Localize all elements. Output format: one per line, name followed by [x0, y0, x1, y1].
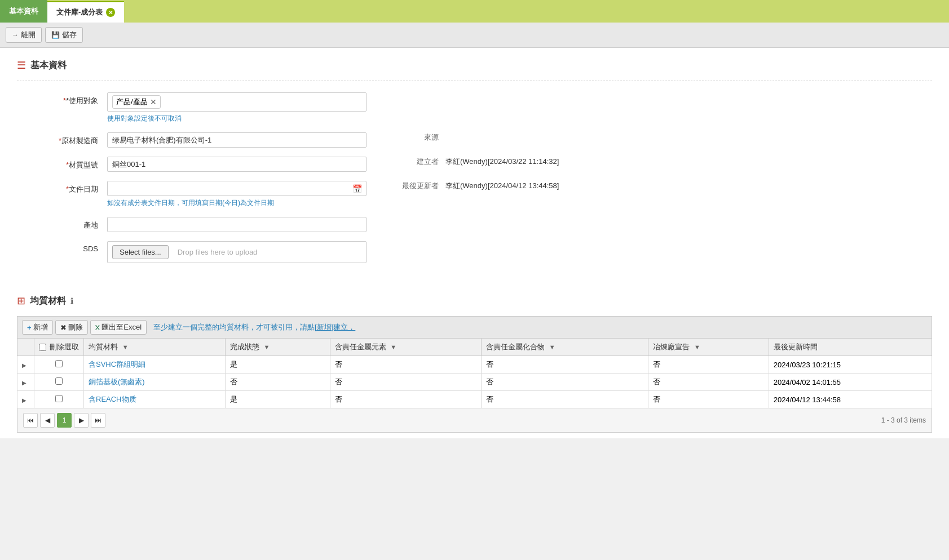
- doc-date-input[interactable]: [107, 181, 367, 196]
- save-label: 儲存: [62, 30, 77, 40]
- furnace-cell-1: 否: [648, 374, 769, 391]
- form-row-material-no: *材質型號 建立者 李紅(Wendy)[2024/03/22 11:14:32]: [17, 157, 932, 172]
- updated-time-cell-1: 2024/04/02 14:01:55: [769, 374, 932, 391]
- tab-basic[interactable]: 基本資料: [0, 0, 47, 23]
- tab-close-icon[interactable]: ✕: [106, 8, 115, 17]
- leave-icon: →: [12, 31, 19, 39]
- usage-target-tag: 产品/產品 ✕: [112, 95, 161, 109]
- hazardous-compounds-cell-2: 否: [482, 391, 648, 408]
- hazardous-compounds-cell-0: 否: [482, 356, 648, 374]
- leave-button[interactable]: → 離開: [6, 27, 42, 43]
- furnace-cell-2: 否: [648, 391, 769, 408]
- section-divider: [17, 81, 932, 81]
- delete-material-button[interactable]: ✖ 刪除: [55, 320, 88, 335]
- expand-icon-0[interactable]: ▶: [22, 362, 27, 368]
- tab-docs[interactable]: 文件庫-成分表 ✕: [47, 1, 124, 23]
- expand-icon-1[interactable]: ▶: [22, 380, 27, 386]
- page-1-button[interactable]: 1: [57, 413, 72, 428]
- material-cell-2: 含REACH物质: [84, 391, 226, 408]
- sds-label: SDS: [17, 241, 107, 253]
- delete-select-label: 刪除選取: [50, 342, 79, 352]
- leave-label: 離開: [21, 30, 36, 40]
- delete-label: 刪除: [68, 322, 83, 332]
- save-icon: 💾: [51, 31, 60, 39]
- th-furnace: 冶煉廠宣告 ▼: [648, 339, 769, 356]
- th-hazardous-compounds: 含責任金屬化合物 ▼: [482, 339, 648, 356]
- add-label: 新增: [33, 322, 48, 332]
- created-by-label: 建立者: [400, 157, 445, 167]
- material-link-0[interactable]: 含SVHC群組明細: [89, 360, 145, 368]
- th-material: 均質材料 ▼: [84, 339, 226, 356]
- th-delete: 刪除選取: [34, 339, 84, 356]
- filter-furnace-icon[interactable]: ▼: [694, 344, 700, 350]
- expand-icon-2[interactable]: ▶: [22, 397, 27, 403]
- new-link[interactable]: [新增]建立，: [315, 323, 355, 331]
- export-excel-button[interactable]: X 匯出至Excel: [90, 320, 147, 335]
- page-last-button[interactable]: ⏭: [91, 413, 105, 428]
- usage-target-label: **使用對象: [17, 92, 107, 106]
- pagination: ⏮ ◀ 1 ▶ ⏭ 1 - 3 of 3 items: [17, 408, 932, 433]
- table-row: ▶ 銅箔基板(無鹵素) 否 否 否 否 2024/04/02 14:01:55: [17, 374, 932, 391]
- supplier-label: *原材製造商: [17, 132, 107, 146]
- table-toolbar: + 新增 ✖ 刪除 X 匯出至Excel 至少建立一個完整的均質材料，才可被引用…: [17, 316, 932, 338]
- created-by-row: 建立者 李紅(Wendy)[2024/03/22 11:14:32]: [400, 157, 932, 167]
- select-files-button[interactable]: Select files...: [112, 245, 169, 259]
- main-toolbar: → 離開 💾 儲存: [0, 23, 949, 48]
- filter-hazardous-compounds-icon[interactable]: ▼: [549, 344, 555, 350]
- materials-section: ⊞ 均質材料 ℹ + 新增 ✖ 刪除 X 匯出至Excel 至少建立一個完整的均…: [0, 283, 949, 438]
- page-prev-button[interactable]: ◀: [40, 413, 55, 428]
- info-icon[interactable]: ℹ: [70, 296, 73, 305]
- expand-cell: ▶: [17, 374, 34, 391]
- doc-date-input-wrap: 📅: [107, 181, 367, 196]
- row-checkbox-1[interactable]: [55, 377, 63, 385]
- usage-target-input[interactable]: 产品/產品 ✕: [107, 92, 367, 112]
- hazardous-compounds-cell-1: 否: [482, 374, 648, 391]
- updated-time-cell-0: 2024/03/23 10:21:15: [769, 356, 932, 374]
- select-all-checkbox[interactable]: [39, 344, 46, 351]
- status-cell-1: 否: [225, 374, 330, 391]
- material-no-control: [107, 157, 367, 172]
- add-material-button[interactable]: + 新增: [22, 320, 53, 335]
- filter-material-icon[interactable]: ▼: [122, 344, 129, 350]
- row-checkbox-0[interactable]: [55, 360, 63, 367]
- table-hint: 至少建立一個完整的均質材料，才可被引用，請點[新增]建立，: [153, 322, 355, 332]
- updated-by-label: 最後更新者: [400, 181, 445, 191]
- doc-date-hint[interactable]: 如沒有成分表文件日期，可用填寫日期(今日)為文件日期: [107, 198, 367, 208]
- calendar-icon[interactable]: 📅: [352, 184, 362, 193]
- updated-time-cell-2: 2024/04/12 13:44:58: [769, 391, 932, 408]
- doc-date-meta: 最後更新者 李紅(Wendy)[2024/04/12 13:44:58]: [400, 181, 932, 195]
- export-label: 匯出至Excel: [101, 322, 142, 332]
- form-row-usage-target: **使用對象 产品/產品 ✕ 使用對象設定後不可取消: [17, 92, 932, 123]
- save-button[interactable]: 💾 儲存: [45, 27, 83, 43]
- form-row-origin: 產地: [17, 217, 932, 232]
- file-upload-area: Select files... Drop files here to uploa…: [107, 241, 367, 263]
- material-no-input[interactable]: [107, 157, 367, 172]
- page-next-button[interactable]: ▶: [74, 413, 89, 428]
- page-info: 1 - 3 of 3 items: [881, 416, 926, 424]
- page-first-button[interactable]: ⏮: [23, 413, 38, 428]
- delete-cell-0: [34, 356, 84, 374]
- material-cell-1: 銅箔基板(無鹵素): [84, 374, 226, 391]
- basic-info-section: ☰ 基本資料 **使用對象 产品/產品 ✕ 使用對象設定後不可取消 *原材製造商: [0, 48, 949, 283]
- status-cell-2: 是: [225, 391, 330, 408]
- material-no-meta: 建立者 李紅(Wendy)[2024/03/22 11:14:32]: [400, 157, 932, 171]
- excel-icon: X: [95, 323, 100, 332]
- hazardous-elements-cell-0: 否: [330, 356, 482, 374]
- updated-by-row: 最後更新者 李紅(Wendy)[2024/04/12 13:44:58]: [400, 181, 932, 191]
- tab-docs-label: 文件庫-成分表: [56, 7, 103, 17]
- form-row-sds: SDS Select files... Drop files here to u…: [17, 241, 932, 263]
- delete-cell-1: [34, 374, 84, 391]
- th-expand: [17, 339, 34, 356]
- origin-input[interactable]: [107, 217, 367, 232]
- material-link-1[interactable]: 銅箔基板(無鹵素): [89, 377, 145, 386]
- usage-target-tag-remove[interactable]: ✕: [150, 98, 157, 106]
- filter-hazardous-elements-icon[interactable]: ▼: [390, 344, 396, 350]
- filter-status-icon[interactable]: ▼: [263, 344, 270, 350]
- supplier-input[interactable]: [107, 132, 367, 148]
- supplier-meta: 來源: [400, 132, 932, 147]
- origin-control: [107, 217, 367, 232]
- material-link-2[interactable]: 含REACH物质: [89, 395, 136, 403]
- section2-header: ⊞ 均質材料 ℹ: [17, 295, 932, 307]
- row-checkbox-2[interactable]: [55, 395, 63, 402]
- doc-date-label: *文件日期: [17, 181, 107, 194]
